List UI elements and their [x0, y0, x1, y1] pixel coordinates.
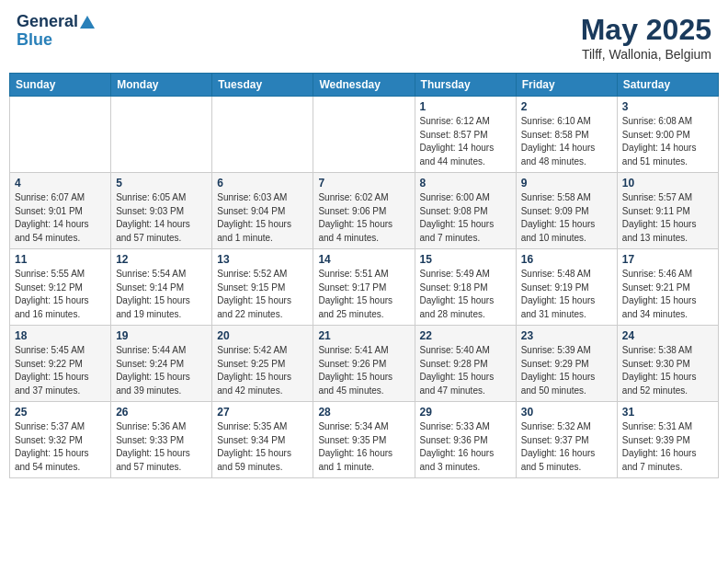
header-saturday: Saturday [617, 74, 718, 97]
calendar-header: SundayMondayTuesdayWednesdayThursdayFrid… [10, 74, 719, 97]
day-info: Sunrise: 5:42 AM Sunset: 9:25 PM Dayligh… [217, 344, 308, 397]
calendar-cell: 21Sunrise: 5:41 AM Sunset: 9:26 PM Dayli… [313, 326, 415, 402]
week-row-2: 11Sunrise: 5:55 AM Sunset: 9:12 PM Dayli… [10, 249, 719, 326]
day-number: 10 [622, 177, 713, 190]
header-monday: Monday [111, 74, 212, 97]
calendar-cell: 22Sunrise: 5:40 AM Sunset: 9:28 PM Dayli… [415, 326, 516, 402]
day-info: Sunrise: 5:32 AM Sunset: 9:37 PM Dayligh… [521, 420, 612, 474]
day-number: 12 [116, 253, 207, 266]
day-number: 27 [217, 406, 308, 419]
day-info: Sunrise: 5:45 AM Sunset: 9:22 PM Dayligh… [15, 344, 106, 397]
day-number: 11 [15, 253, 106, 266]
day-number: 19 [116, 329, 207, 342]
subtitle: Tilff, Wallonia, Belgium [581, 47, 711, 62]
calendar-cell: 30Sunrise: 5:32 AM Sunset: 9:37 PM Dayli… [516, 402, 617, 478]
day-number: 21 [318, 329, 409, 342]
calendar-cell [313, 97, 415, 173]
week-row-0: 1Sunrise: 6:12 AM Sunset: 8:57 PM Daylig… [10, 97, 719, 173]
calendar-cell: 11Sunrise: 5:55 AM Sunset: 9:12 PM Dayli… [10, 249, 111, 326]
day-number: 25 [15, 406, 106, 419]
calendar-cell: 6Sunrise: 6:03 AM Sunset: 9:04 PM Daylig… [212, 173, 313, 249]
week-row-4: 25Sunrise: 5:37 AM Sunset: 9:32 PM Dayli… [10, 402, 719, 478]
day-info: Sunrise: 6:00 AM Sunset: 9:08 PM Dayligh… [420, 191, 511, 245]
day-info: Sunrise: 5:35 AM Sunset: 9:34 PM Dayligh… [217, 420, 308, 474]
calendar-cell: 10Sunrise: 5:57 AM Sunset: 9:11 PM Dayli… [617, 173, 718, 249]
logo-triangle-icon [80, 16, 95, 29]
calendar-cell: 20Sunrise: 5:42 AM Sunset: 9:25 PM Dayli… [212, 326, 313, 402]
calendar-cell: 4Sunrise: 6:07 AM Sunset: 9:01 PM Daylig… [10, 173, 111, 249]
day-number: 8 [420, 177, 511, 190]
calendar-cell: 27Sunrise: 5:35 AM Sunset: 9:34 PM Dayli… [212, 402, 313, 478]
calendar-table: SundayMondayTuesdayWednesdayThursdayFrid… [9, 73, 719, 478]
calendar-cell: 16Sunrise: 5:48 AM Sunset: 9:19 PM Dayli… [516, 249, 617, 326]
calendar-cell: 3Sunrise: 6:08 AM Sunset: 9:00 PM Daylig… [617, 97, 718, 173]
day-info: Sunrise: 5:57 AM Sunset: 9:11 PM Dayligh… [622, 191, 713, 245]
week-row-3: 18Sunrise: 5:45 AM Sunset: 9:22 PM Dayli… [10, 326, 719, 402]
day-number: 31 [622, 406, 713, 419]
calendar-cell: 17Sunrise: 5:46 AM Sunset: 9:21 PM Dayli… [617, 249, 718, 326]
calendar-cell: 1Sunrise: 6:12 AM Sunset: 8:57 PM Daylig… [415, 97, 516, 173]
day-info: Sunrise: 6:07 AM Sunset: 9:01 PM Dayligh… [15, 191, 106, 245]
calendar-cell: 15Sunrise: 5:49 AM Sunset: 9:18 PM Dayli… [415, 249, 516, 326]
day-info: Sunrise: 6:10 AM Sunset: 8:58 PM Dayligh… [521, 115, 612, 168]
calendar-cell: 28Sunrise: 5:34 AM Sunset: 9:35 PM Dayli… [313, 402, 415, 478]
day-info: Sunrise: 5:31 AM Sunset: 9:39 PM Dayligh… [622, 420, 713, 474]
calendar-body: 1Sunrise: 6:12 AM Sunset: 8:57 PM Daylig… [10, 97, 719, 478]
calendar-cell: 26Sunrise: 5:36 AM Sunset: 9:33 PM Dayli… [111, 402, 212, 478]
header-thursday: Thursday [415, 74, 516, 97]
day-number: 24 [622, 329, 713, 342]
calendar-cell: 13Sunrise: 5:52 AM Sunset: 9:15 PM Dayli… [212, 249, 313, 326]
day-info: Sunrise: 5:48 AM Sunset: 9:19 PM Dayligh… [521, 268, 612, 321]
day-number: 9 [521, 177, 612, 190]
day-number: 5 [116, 177, 207, 190]
calendar-cell: 7Sunrise: 6:02 AM Sunset: 9:06 PM Daylig… [313, 173, 415, 249]
day-number: 16 [521, 253, 612, 266]
calendar-cell: 5Sunrise: 6:05 AM Sunset: 9:03 PM Daylig… [111, 173, 212, 249]
calendar-cell: 19Sunrise: 5:44 AM Sunset: 9:24 PM Dayli… [111, 326, 212, 402]
day-number: 1 [420, 100, 511, 113]
day-number: 7 [318, 177, 409, 190]
calendar-cell: 2Sunrise: 6:10 AM Sunset: 8:58 PM Daylig… [516, 97, 617, 173]
day-number: 4 [15, 177, 106, 190]
calendar-cell: 14Sunrise: 5:51 AM Sunset: 9:17 PM Dayli… [313, 249, 415, 326]
calendar-cell: 9Sunrise: 5:58 AM Sunset: 9:09 PM Daylig… [516, 173, 617, 249]
page-header: General Blue May 2025 Tilff, Wallonia, B… [9, 9, 719, 65]
header-friday: Friday [516, 74, 617, 97]
day-info: Sunrise: 6:02 AM Sunset: 9:06 PM Dayligh… [318, 191, 409, 245]
day-number: 3 [622, 100, 713, 113]
day-number: 22 [420, 329, 511, 342]
day-info: Sunrise: 5:52 AM Sunset: 9:15 PM Dayligh… [217, 268, 308, 321]
day-info: Sunrise: 5:49 AM Sunset: 9:18 PM Dayligh… [420, 268, 511, 321]
calendar-cell [10, 97, 111, 173]
day-info: Sunrise: 5:33 AM Sunset: 9:36 PM Dayligh… [420, 420, 511, 474]
day-number: 6 [217, 177, 308, 190]
calendar-cell: 25Sunrise: 5:37 AM Sunset: 9:32 PM Dayli… [10, 402, 111, 478]
main-title: May 2025 [581, 13, 711, 47]
calendar-cell: 18Sunrise: 5:45 AM Sunset: 9:22 PM Dayli… [10, 326, 111, 402]
day-info: Sunrise: 5:41 AM Sunset: 9:26 PM Dayligh… [318, 344, 409, 397]
day-number: 15 [420, 253, 511, 266]
calendar-cell: 31Sunrise: 5:31 AM Sunset: 9:39 PM Dayli… [617, 402, 718, 478]
day-number: 18 [15, 329, 106, 342]
logo-blue: Blue [17, 31, 52, 50]
day-info: Sunrise: 6:12 AM Sunset: 8:57 PM Dayligh… [420, 115, 511, 168]
header-sunday: Sunday [10, 74, 111, 97]
header-tuesday: Tuesday [212, 74, 313, 97]
day-number: 23 [521, 329, 612, 342]
day-info: Sunrise: 5:51 AM Sunset: 9:17 PM Dayligh… [318, 268, 409, 321]
day-number: 29 [420, 406, 511, 419]
title-block: May 2025 Tilff, Wallonia, Belgium [581, 13, 711, 62]
day-number: 26 [116, 406, 207, 419]
day-number: 13 [217, 253, 308, 266]
day-info: Sunrise: 5:46 AM Sunset: 9:21 PM Dayligh… [622, 268, 713, 321]
calendar-cell: 12Sunrise: 5:54 AM Sunset: 9:14 PM Dayli… [111, 249, 212, 326]
day-number: 14 [318, 253, 409, 266]
logo: General Blue [17, 13, 95, 50]
calendar-cell [111, 97, 212, 173]
day-info: Sunrise: 5:36 AM Sunset: 9:33 PM Dayligh… [116, 420, 207, 474]
day-info: Sunrise: 5:58 AM Sunset: 9:09 PM Dayligh… [521, 191, 612, 245]
day-info: Sunrise: 6:05 AM Sunset: 9:03 PM Dayligh… [116, 191, 207, 245]
day-info: Sunrise: 5:44 AM Sunset: 9:24 PM Dayligh… [116, 344, 207, 397]
calendar-cell [212, 97, 313, 173]
header-wednesday: Wednesday [313, 74, 415, 97]
